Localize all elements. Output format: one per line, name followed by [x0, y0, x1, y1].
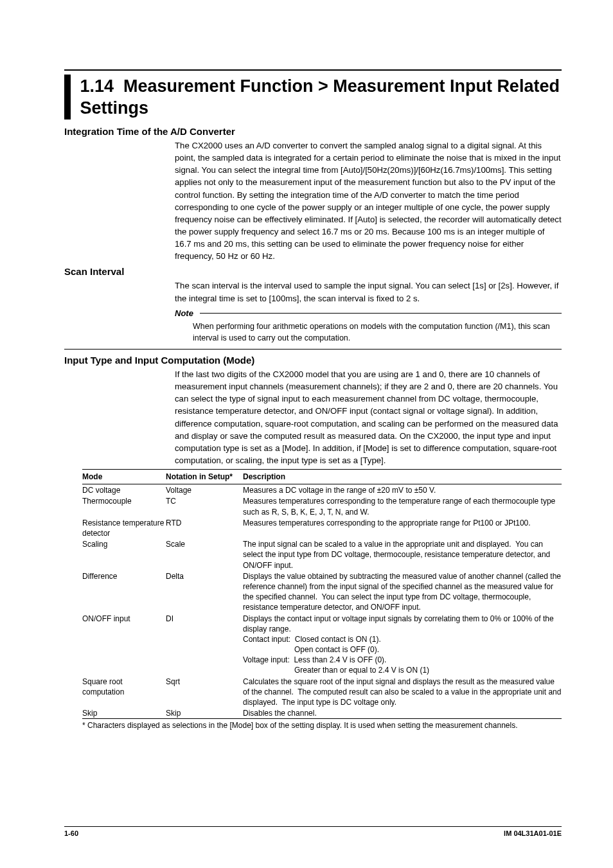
- cell-mode: Scaling: [82, 539, 166, 571]
- doc-code: IM 04L31A01-01E: [504, 829, 562, 837]
- title-accent-bar: [64, 75, 71, 120]
- cell-description: Displays the value obtained by subtracti…: [243, 571, 562, 613]
- title-text: Measurement Function > Measurement Input…: [80, 76, 559, 118]
- table-row: DC voltageVoltageMeasures a DC voltage i…: [82, 484, 562, 495]
- note-label: Note: [175, 308, 193, 318]
- section-body-integration: The CX2000 uses an A/D converter to conv…: [175, 139, 562, 262]
- section-body-scan: The scan interval is the interval used t…: [175, 279, 562, 304]
- table-row: DifferenceDeltaDisplays the value obtain…: [82, 571, 562, 613]
- cell-mode: DC voltage: [82, 485, 166, 495]
- note-row: Note: [175, 308, 562, 318]
- cell-mode: ON/OFF input: [82, 614, 166, 676]
- th-notation: Notation in Setup*: [166, 472, 243, 482]
- table-row: ScalingScaleThe input signal can be scal…: [82, 538, 562, 571]
- note-body: When performing four arithmetic operatio…: [193, 321, 562, 344]
- page-title: 1.14 Measurement Function > Measurement …: [80, 75, 562, 120]
- cell-description: Calculates the square root of the input …: [243, 677, 562, 708]
- cell-description: Measures temperatures corresponding to t…: [243, 496, 562, 517]
- cell-notation: Skip: [166, 708, 243, 718]
- table-body: DC voltageVoltageMeasures a DC voltage i…: [82, 484, 562, 718]
- cell-mode: Square root computation: [82, 677, 166, 708]
- section-head-input-type: Input Type and Input Computation (Mode): [64, 355, 562, 366]
- divider: [64, 349, 562, 350]
- cell-notation: TC: [166, 496, 243, 517]
- th-mode: Mode: [82, 472, 166, 482]
- table-header: Mode Notation in Setup* Description: [82, 469, 562, 484]
- cell-notation: DI: [166, 614, 243, 676]
- table-row: Resistance temperature detectorRTDMeasur…: [82, 517, 562, 538]
- cell-notation: Scale: [166, 539, 243, 571]
- cell-mode: Difference: [82, 571, 166, 613]
- cell-mode: Resistance temperature detector: [82, 518, 166, 538]
- section-head-integration: Integration Time of the A/D Converter: [64, 126, 562, 137]
- cell-mode: Thermocouple: [82, 496, 166, 517]
- cell-description: Measures temperatures corresponding to t…: [243, 518, 562, 538]
- cell-description: Measures a DC voltage in the range of ±2…: [243, 485, 562, 495]
- cell-description: Displays the contact input or voltage in…: [243, 614, 562, 676]
- cell-notation: Voltage: [166, 485, 243, 495]
- note-divider: [200, 313, 562, 314]
- cell-notation: Sqrt: [166, 677, 243, 708]
- section-body-input-type: If the last two digits of the CX2000 mod…: [175, 368, 562, 466]
- cell-notation: RTD: [166, 518, 243, 538]
- section-head-scan: Scan Interval: [64, 266, 562, 277]
- th-description: Description: [243, 472, 562, 482]
- table-row: ON/OFF inputDIDisplays the contact input…: [82, 613, 562, 676]
- page-number: 1-60: [64, 829, 78, 837]
- table-row: Square root computationSqrtCalculates th…: [82, 676, 562, 708]
- cell-notation: Delta: [166, 571, 243, 613]
- title-number: 1.14: [80, 76, 114, 96]
- table-row: ThermocoupleTCMeasures temperatures corr…: [82, 495, 562, 517]
- table-footnote: * Characters displayed as selections in …: [82, 718, 562, 731]
- cell-description: The input signal can be scaled to a valu…: [243, 539, 562, 571]
- cell-mode: Skip: [82, 708, 166, 718]
- page-footer: 1-60 IM 04L31A01-01E: [64, 826, 562, 837]
- page-title-row: 1.14 Measurement Function > Measurement …: [64, 69, 562, 120]
- cell-description: Disables the channel.: [243, 708, 562, 718]
- mode-table: Mode Notation in Setup* Description DC v…: [82, 469, 562, 731]
- table-row: SkipSkipDisables the channel.: [82, 707, 562, 718]
